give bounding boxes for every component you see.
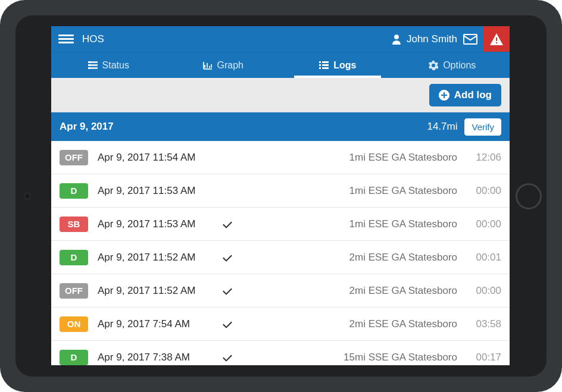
tab-status-label: Status bbox=[102, 60, 129, 71]
svg-rect-5 bbox=[88, 67, 90, 69]
add-log-label: Add log bbox=[454, 89, 492, 101]
logs-icon bbox=[319, 61, 329, 70]
status-badge: SB bbox=[60, 217, 88, 232]
verified-check-icon bbox=[223, 287, 239, 295]
log-duration: 00:00 bbox=[468, 185, 501, 197]
svg-rect-6 bbox=[319, 61, 321, 63]
user-icon bbox=[391, 34, 402, 45]
toolbar: Add log bbox=[51, 78, 510, 112]
log-timestamp: Apr 9, 2017 7:54 AM bbox=[98, 318, 223, 330]
status-badge: OFF bbox=[60, 150, 88, 165]
log-duration: 00:17 bbox=[468, 352, 501, 363]
log-location: 1mi ESE GA Statesboro bbox=[349, 185, 457, 197]
svg-rect-4 bbox=[88, 64, 90, 66]
tab-logs-label: Logs bbox=[333, 60, 356, 71]
svg-rect-3 bbox=[88, 61, 90, 63]
app-screen: HOS John Smith S bbox=[51, 26, 510, 365]
log-row[interactable]: OFFApr 9, 2017 11:54 AM1mi ESE GA States… bbox=[51, 141, 510, 174]
app-title: HOS bbox=[82, 33, 104, 45]
log-duration: 00:01 bbox=[468, 252, 501, 264]
log-timestamp: Apr 9, 2017 11:52 AM bbox=[98, 252, 223, 264]
user-name: John Smith bbox=[407, 33, 457, 45]
log-duration: 12:06 bbox=[468, 152, 501, 164]
tabs: Status Graph Logs Options bbox=[51, 52, 510, 78]
messages-button[interactable] bbox=[463, 34, 477, 45]
tab-options-label: Options bbox=[443, 60, 476, 71]
log-row[interactable]: DApr 9, 2017 11:52 AM2mi ESE GA Statesbo… bbox=[51, 241, 510, 274]
tab-graph-label: Graph bbox=[217, 60, 243, 71]
log-row[interactable]: DApr 9, 2017 11:53 AM1mi ESE GA Statesbo… bbox=[51, 174, 510, 208]
verified-check-icon bbox=[223, 253, 239, 262]
tab-graph[interactable]: Graph bbox=[166, 52, 281, 78]
log-location: 1mi ESE GA Statesboro bbox=[349, 218, 457, 230]
status-badge: OFF bbox=[60, 283, 88, 299]
options-icon bbox=[429, 61, 438, 70]
graph-icon bbox=[203, 61, 213, 70]
log-timestamp: Apr 9, 2017 11:52 AM bbox=[98, 285, 223, 297]
logs-list: OFFApr 9, 2017 11:54 AM1mi ESE GA States… bbox=[51, 141, 510, 365]
log-duration: 00:00 bbox=[468, 285, 501, 297]
svg-rect-11 bbox=[322, 67, 329, 69]
verify-button[interactable]: Verify bbox=[464, 118, 501, 136]
log-location: 15mi SSE GA Statesboro bbox=[344, 352, 457, 363]
log-timestamp: Apr 9, 2017 7:38 AM bbox=[98, 352, 223, 363]
svg-rect-7 bbox=[319, 64, 321, 66]
verified-check-icon bbox=[223, 353, 239, 362]
tablet-frame: HOS John Smith S bbox=[0, 0, 562, 392]
log-row[interactable]: SBApr 9, 2017 11:53 AM1mi ESE GA Statesb… bbox=[51, 208, 510, 241]
status-badge: D bbox=[60, 183, 88, 199]
log-location: 1mi ESE GA Statesboro bbox=[349, 152, 457, 164]
tab-options[interactable]: Options bbox=[395, 52, 510, 78]
warning-icon bbox=[490, 33, 503, 45]
log-location: 2mi ESE GA Statesboro bbox=[349, 318, 457, 330]
status-badge: D bbox=[60, 350, 88, 365]
svg-rect-16 bbox=[441, 95, 447, 96]
log-location: 2mi ESE GA Statesboro bbox=[349, 252, 457, 264]
group-date: Apr 9, 2017 bbox=[60, 121, 114, 133]
front-camera bbox=[25, 194, 30, 199]
svg-rect-10 bbox=[322, 64, 329, 66]
add-log-button[interactable]: Add log bbox=[429, 84, 501, 106]
menu-button[interactable] bbox=[58, 35, 74, 43]
tab-status[interactable]: Status bbox=[51, 52, 166, 78]
day-group-header[interactable]: Apr 9, 2017 14.7mi Verify bbox=[51, 112, 510, 141]
log-row[interactable]: OFFApr 9, 2017 11:52 AM2mi ESE GA States… bbox=[51, 274, 510, 308]
log-row[interactable]: DApr 9, 2017 7:38 AM15mi SSE GA Statesbo… bbox=[51, 341, 510, 365]
verified-check-icon bbox=[223, 220, 239, 228]
verified-check-icon bbox=[223, 320, 239, 328]
status-badge: D bbox=[60, 250, 88, 265]
svg-rect-8 bbox=[319, 67, 321, 69]
tab-logs[interactable]: Logs bbox=[280, 52, 395, 78]
log-duration: 00:00 bbox=[468, 218, 501, 230]
log-timestamp: Apr 9, 2017 11:53 AM bbox=[98, 185, 223, 197]
status-badge: ON bbox=[60, 316, 88, 332]
alerts-button[interactable] bbox=[483, 26, 510, 52]
log-timestamp: Apr 9, 2017 11:53 AM bbox=[98, 218, 223, 230]
svg-rect-9 bbox=[322, 61, 329, 63]
group-distance: 14.7mi bbox=[427, 121, 457, 133]
log-row[interactable]: ONApr 9, 2017 7:54 AM2mi ESE GA Statesbo… bbox=[51, 308, 510, 341]
log-timestamp: Apr 9, 2017 11:54 AM bbox=[98, 152, 223, 164]
home-button[interactable] bbox=[516, 183, 542, 209]
status-icon bbox=[88, 61, 98, 70]
user-menu[interactable]: John Smith bbox=[391, 33, 457, 45]
log-duration: 03:58 bbox=[468, 318, 501, 330]
log-location: 2mi ESE GA Statesboro bbox=[349, 285, 457, 297]
plus-circle-icon bbox=[439, 90, 449, 101]
navbar: HOS John Smith bbox=[51, 26, 510, 52]
